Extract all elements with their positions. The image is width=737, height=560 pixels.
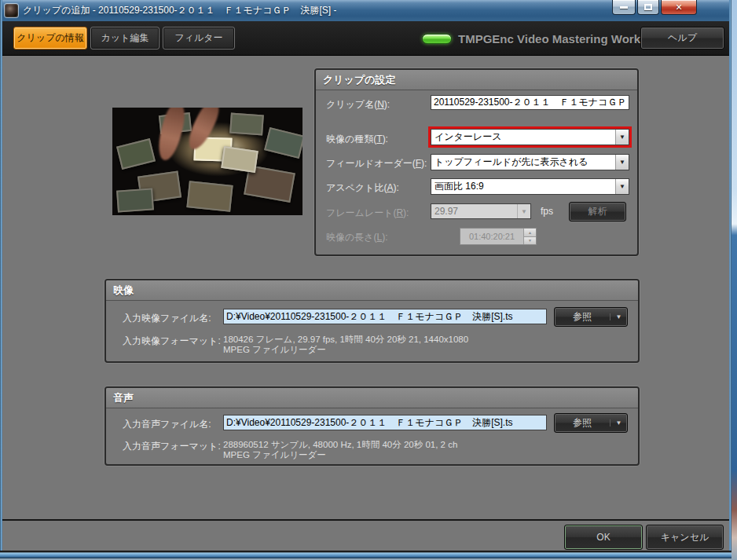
brand: TMPGEnc Video Mastering Works 5 (422, 21, 657, 56)
video-panel-header: 映像 (106, 280, 638, 301)
video-type-label: 映像の種類(T): (326, 133, 388, 146)
duration-spinner: 01:40:20:21 ▲ ▼ (460, 228, 537, 245)
chevron-down-icon[interactable]: ▼ (615, 130, 629, 145)
video-format-line2: MPEG ファイルリーダー (223, 345, 326, 355)
close-icon: ✕ (675, 3, 682, 12)
duration-label: 映像の長さ(L): (326, 231, 388, 244)
tab-clip-info[interactable]: クリップの情報 (13, 27, 87, 49)
desktop: クリップの追加 - 20110529-231500-２０１１ Ｆ１モナコＧＰ 決… (0, 0, 737, 560)
brand-logo-icon (422, 34, 452, 44)
audio-browse-button[interactable]: 参照 ▼ (554, 413, 628, 433)
brand-name: TMPGEnc Video Mastering Works 5 (458, 32, 657, 46)
audio-panel: 音声 入力音声ファイル名: D:¥Video¥20110529-231500-２… (104, 386, 640, 466)
minimize-button[interactable] (612, 0, 636, 15)
close-button[interactable]: ✕ (661, 0, 697, 15)
aspect-ratio-label: アスペクト比(A): (326, 181, 399, 195)
tab-filter[interactable]: フィルター (163, 27, 235, 49)
window-title: クリップの追加 - 20110529-231500-２０１１ Ｆ１モナコＧＰ 決… (23, 4, 336, 17)
field-order-select[interactable]: トップフィールドが先に表示される ▼ (431, 154, 629, 170)
cancel-button[interactable]: キャンセル (646, 525, 724, 550)
clip-name-label: クリップ名(N): (326, 98, 390, 112)
chevron-down-icon[interactable]: ▼ (615, 179, 629, 194)
audio-panel-title: 音声 (113, 391, 134, 405)
window-border (0, 551, 732, 558)
field-order-label: フィールドオーダー(F): (326, 157, 427, 170)
video-format-line1: 180426 フレーム, 29.97 fps, 1時間 40分 20秒 21, … (223, 335, 468, 345)
window-border (0, 0, 2, 558)
audio-format-line2: MPEG ファイルリーダー (223, 450, 326, 460)
help-button[interactable]: ヘルプ (640, 27, 724, 49)
video-format-label: 入力映像フォーマット: (123, 335, 221, 348)
maximize-icon (644, 4, 652, 10)
preview-frame (112, 108, 302, 215)
frame-rate-select: 29.97 ▼ (431, 203, 531, 219)
spinner-buttons: ▲ ▼ (523, 229, 536, 244)
window-border (729, 0, 732, 558)
chevron-down-icon[interactable]: ▼ (610, 313, 627, 320)
toolbar: クリップの情報 カット編集 フィルター TMPGEnc Video Master… (2, 21, 729, 56)
aspect-ratio-select[interactable]: 画面比 16:9 ▼ (431, 178, 629, 195)
frame-rate-label: フレームレート(R): (326, 207, 409, 220)
clip-settings-header: クリップの設定 (316, 70, 637, 90)
chevron-down-icon[interactable]: ▼ (615, 155, 629, 170)
minimize-icon (620, 6, 628, 9)
audio-file-label: 入力音声ファイル名: (123, 418, 211, 431)
video-panel: 映像 入力映像ファイル名: D:¥Video¥20110529-231500-２… (104, 279, 640, 363)
video-type-highlight: インターレース ▼ (428, 126, 632, 148)
video-file-label: 入力映像ファイル名: (123, 312, 211, 325)
content-area: クリップの設定 クリップ名(N): 20110529-231500-２０１１ Ｆ… (2, 56, 729, 519)
spin-up-icon: ▲ (524, 229, 536, 237)
audio-format-line1: 288960512 サンプル, 48000 Hz, 1時間 40分 20秒 01… (223, 440, 457, 450)
spin-down-icon: ▼ (524, 237, 536, 245)
audio-file-input[interactable]: D:¥Video¥20110529-231500-２０１１ Ｆ１モナコＧＰ 決勝… (223, 415, 547, 430)
app-icon[interactable] (5, 4, 18, 17)
clip-settings-title: クリップの設定 (323, 73, 396, 87)
audio-format-label: 入力音声フォーマット: (123, 440, 221, 453)
ok-button[interactable]: OK (564, 525, 643, 550)
chevron-down-icon[interactable]: ▼ (610, 419, 627, 426)
fps-unit-label: fps (541, 206, 553, 217)
analyze-button: 解析 (569, 202, 626, 221)
video-type-select[interactable]: インターレース ▼ (431, 129, 629, 145)
tab-cut-edit[interactable]: カット編集 (90, 27, 160, 49)
chevron-down-icon: ▼ (517, 204, 530, 218)
clip-add-dialog: クリップの追加 - 20110529-231500-２０１１ Ｆ１モナコＧＰ 決… (0, 0, 732, 558)
maximize-button[interactable] (637, 0, 659, 15)
video-panel-title: 映像 (113, 284, 134, 298)
video-browse-button[interactable]: 参照 ▼ (554, 307, 628, 327)
video-file-input[interactable]: D:¥Video¥20110529-231500-２０１１ Ｆ１モナコＧＰ 決勝… (223, 309, 547, 324)
clip-settings-panel: クリップの設定 クリップ名(N): 20110529-231500-２０１１ Ｆ… (314, 68, 639, 256)
footer-divider (2, 519, 729, 521)
audio-panel-header: 音声 (106, 388, 638, 408)
window-controls: ✕ (612, 0, 697, 15)
clip-name-input[interactable]: 20110529-231500-２０１１ Ｆ１モナコＧＰ 決勝[S] (431, 95, 629, 110)
